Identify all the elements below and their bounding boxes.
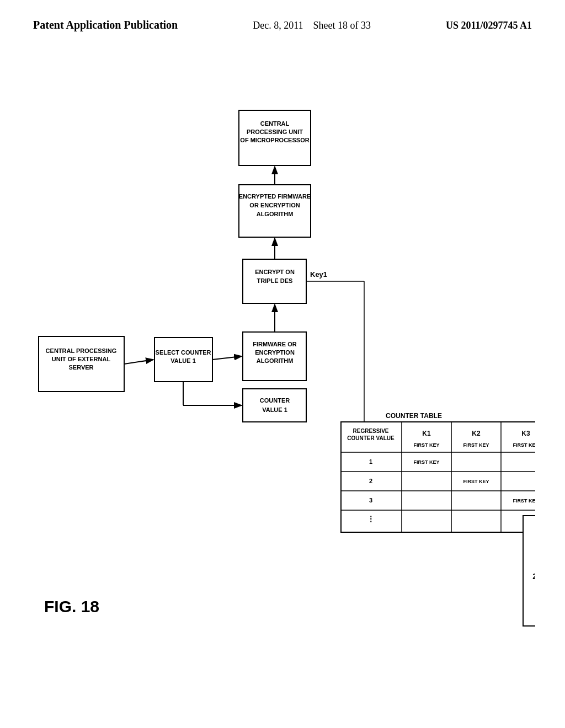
svg-text:COUNTER: COUNTER	[260, 397, 290, 404]
svg-text:K2: K2	[472, 430, 481, 437]
svg-text:20: 20	[532, 572, 535, 581]
svg-text:Key1: Key1	[310, 270, 327, 279]
publication-date: Dec. 8, 2011 Sheet 18 of 33	[253, 18, 371, 31]
svg-text:FIRST KEY: FIRST KEY	[513, 498, 535, 504]
svg-text:ENCRYPTION: ENCRYPTION	[255, 349, 295, 356]
svg-text:3: 3	[369, 497, 372, 504]
svg-text:PROCESSING UNIT: PROCESSING UNIT	[247, 129, 303, 135]
svg-text:OR ENCRYPTION: OR ENCRYPTION	[249, 202, 300, 208]
svg-text:VALUE 1: VALUE 1	[170, 357, 196, 364]
publication-title: Patent Application Publication	[33, 18, 178, 32]
svg-text:COUNTER VALUE: COUNTER VALUE	[347, 435, 395, 441]
svg-text:ENCRYPT ON: ENCRYPT ON	[255, 269, 295, 275]
svg-text:K1: K1	[422, 430, 431, 437]
svg-text:ALGORITHM: ALGORITHM	[257, 357, 294, 364]
svg-text:K3: K3	[521, 430, 530, 437]
svg-line-27	[212, 356, 242, 360]
svg-text:FIRST KEY: FIRST KEY	[463, 479, 489, 484]
svg-rect-8	[243, 332, 306, 381]
svg-text:2: 2	[369, 478, 372, 484]
svg-text:COUNTER TABLE: COUNTER TABLE	[386, 412, 442, 420]
svg-text:TRIPLE DES: TRIPLE DES	[257, 277, 293, 284]
svg-text:FIRST KEY: FIRST KEY	[413, 442, 439, 448]
svg-text:CENTRAL: CENTRAL	[260, 120, 290, 127]
svg-text:FIG. 18: FIG. 18	[44, 597, 99, 615]
svg-text:1: 1	[369, 458, 372, 465]
svg-line-26	[124, 360, 153, 364]
svg-text:FIRST KEY: FIRST KEY	[413, 459, 439, 465]
svg-text:REGRESSIVE: REGRESSIVE	[353, 428, 388, 434]
svg-text:FIRST KEY: FIRST KEY	[513, 442, 535, 448]
svg-text:FIRST KEY: FIRST KEY	[463, 442, 489, 448]
svg-rect-61	[523, 516, 535, 626]
svg-text:SELECT COUNTER: SELECT COUNTER	[156, 349, 211, 356]
svg-text:CENTRAL PROCESSING: CENTRAL PROCESSING	[46, 347, 117, 354]
svg-text:⋮: ⋮	[367, 515, 375, 523]
svg-text:ENCRYPTED FIRMWARE: ENCRYPTED FIRMWARE	[239, 193, 311, 200]
svg-text:OF MICROPROCESSOR: OF MICROPROCESSOR	[240, 137, 309, 143]
main-diagram: CENTRAL PROCESSING UNIT OF EXTERNAL SERV…	[28, 83, 535, 700]
patent-number: US 2011/0297745 A1	[446, 18, 532, 31]
page-header: Patent Application Publication Dec. 8, 2…	[0, 0, 565, 32]
svg-text:SERVER: SERVER	[68, 364, 93, 371]
svg-text:UNIT OF EXTERNAL: UNIT OF EXTERNAL	[52, 356, 111, 362]
svg-text:FIRMWARE OR: FIRMWARE OR	[253, 341, 296, 347]
svg-text:ALGORITHM: ALGORITHM	[257, 211, 294, 217]
svg-rect-12	[243, 389, 306, 422]
svg-text:VALUE 1: VALUE 1	[262, 406, 287, 413]
